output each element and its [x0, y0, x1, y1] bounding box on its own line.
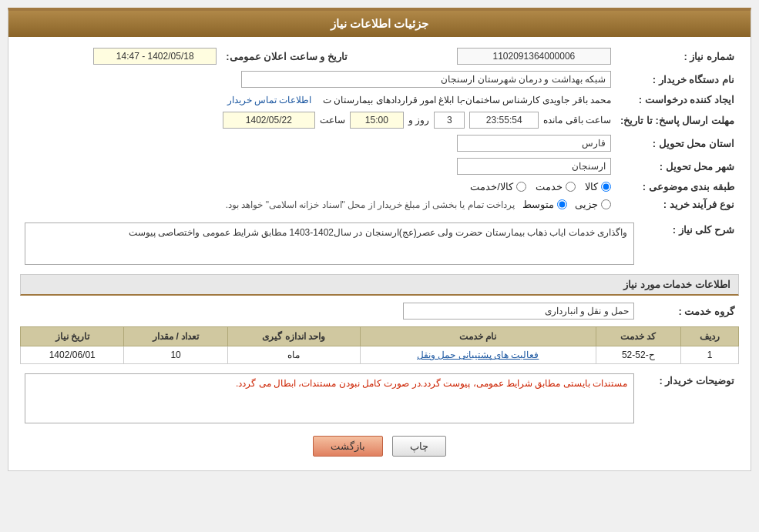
- col-unit: واحد اندازه گیری: [227, 327, 360, 346]
- deadline-time-input: [350, 112, 404, 129]
- service-table: ردیف کد خدمت نام خدمت واحد اندازه گیری ت…: [20, 326, 739, 364]
- print-button[interactable]: چاپ: [392, 436, 446, 457]
- col-date: تاریخ نیاز: [21, 327, 124, 346]
- need-number-label: شماره نیاز :: [616, 45, 739, 68]
- announce-date-input: [93, 48, 217, 65]
- category-radio-khedmat[interactable]: خدمت: [536, 181, 576, 192]
- category-label: طبقه بندی موضوعی :: [616, 178, 739, 196]
- buyer-notes-value: مستندات بایستی مطابق شرایط عمومی، پیوست …: [25, 373, 634, 423]
- process-radio-jozi[interactable]: جزیی: [575, 199, 611, 210]
- days-label: روز و: [408, 115, 429, 125]
- contact-info-link[interactable]: اطلاعات تماس خریدار: [227, 95, 312, 105]
- service-group-input: [403, 303, 634, 320]
- announce-label: تاریخ و ساعت اعلان عمومی:: [221, 45, 352, 68]
- page-title: جزئیات اطلاعات نیاز: [8, 11, 751, 37]
- description-value: واگذاری خدمات ایاب ذهاب بیمارستان حضرت و…: [25, 223, 634, 265]
- process-note: پرداخت تمام یا بخشی از مبلغ خریدار از مح…: [226, 199, 515, 210]
- buyer-notes-text: مستندات بایستی مطابق شرایط عمومی، پیوست …: [236, 378, 627, 389]
- buyer-org-label: نام دستگاه خریدار :: [616, 68, 739, 91]
- deadline-label: مهلت ارسال پاسخ: تا تاریخ:: [616, 109, 739, 132]
- process-label: نوع فرآیند خرید :: [616, 196, 739, 213]
- city-label: شهر محل تحویل :: [616, 155, 739, 178]
- back-button[interactable]: بازگشت: [313, 436, 383, 457]
- buyer-notes-label: توضیحات خریدار :: [639, 370, 739, 427]
- row-number: 1: [681, 346, 739, 364]
- city-input: [457, 158, 611, 175]
- table-row: 1 ح-52-52 فعالیت های پشتیبانی حمل ونقل م…: [21, 346, 739, 364]
- province-input: [457, 135, 611, 152]
- deadline-date-input: [223, 112, 315, 129]
- service-code: ح-52-52: [596, 346, 680, 364]
- process-radio-mutavasset[interactable]: متوسط: [522, 199, 567, 210]
- deadline-remaining-input: [469, 112, 539, 129]
- service-group-label: گروه خدمت :: [639, 299, 739, 323]
- requester-label: ایجاد کننده درخواست :: [616, 91, 739, 109]
- col-qty: تعداد / مقدار: [124, 327, 227, 346]
- time-label: ساعت: [320, 115, 345, 125]
- service-name[interactable]: فعالیت های پشتیبانی حمل ونقل: [360, 346, 596, 364]
- service-info-header: اطلاعات خدمات مورد نیاز: [20, 274, 739, 296]
- remaining-label: ساعت باقی مانده: [543, 115, 611, 125]
- deadline-days-input: [434, 112, 465, 129]
- buyer-org-input: [241, 71, 611, 88]
- button-row: چاپ بازگشت: [20, 427, 739, 463]
- service-unit: ماه: [227, 346, 360, 364]
- province-label: استان محل تحویل :: [616, 132, 739, 155]
- category-radio-kala-khedmat[interactable]: کالا/خدمت: [470, 181, 526, 192]
- description-label: شرح کلی نیاز :: [639, 219, 739, 268]
- service-date: 1402/06/01: [21, 346, 124, 364]
- col-row: ردیف: [681, 327, 739, 346]
- need-number-input: [457, 48, 611, 65]
- requester-value: محمد باقر جاویدی کارشناس ساختمان-با ابلا…: [323, 95, 611, 105]
- col-code: کد خدمت: [596, 327, 680, 346]
- category-radio-kala[interactable]: کالا: [585, 181, 611, 192]
- service-qty: 10: [124, 346, 227, 364]
- col-name: نام خدمت: [360, 327, 596, 346]
